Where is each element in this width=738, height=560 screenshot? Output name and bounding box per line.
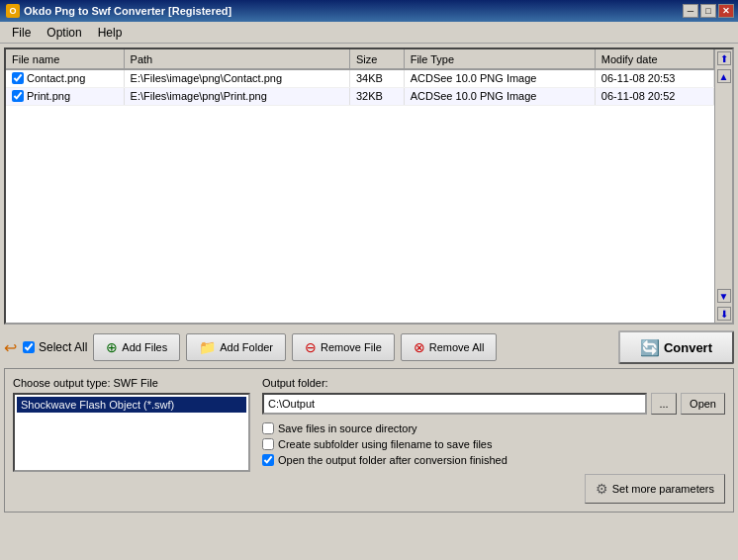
file-list-panel: File name Path Size File Type Modify dat… [4,47,734,325]
cell-modifydate: 06-11-08 20:52 [595,87,713,105]
file-table: File name Path Size File Type Modify dat… [6,49,714,106]
add-folder-button[interactable]: 📁 Add Folder [186,333,286,361]
option-checkbox[interactable] [262,438,274,450]
checkboxes-container: Save files in source directory Create su… [262,422,725,466]
file-table-container: File name Path Size File Type Modify dat… [6,49,714,323]
output-type-value: SWF File [114,377,158,389]
scroll-top-button[interactable]: ⬆ [717,51,731,65]
add-files-label: Add Files [122,341,167,353]
output-folder-label: Output folder: [262,377,725,389]
output-type-label: Choose output type: SWF File [13,377,250,389]
menu-bar: File Option Help [0,22,738,44]
set-more-params-label: Set more parameters [612,483,714,495]
remove-all-label: Remove All [429,341,485,353]
option-checkbox[interactable] [262,454,274,466]
col-header-size[interactable]: Size [349,49,404,69]
select-all-area: Select All [23,340,87,354]
cell-path: E:\Files\image\png\Print.png [124,87,349,105]
close-button[interactable]: ✕ [718,4,734,18]
add-folder-icon: 📁 [199,339,216,355]
output-type-listbox[interactable]: Shockwave Flash Object (*.swf) [13,393,250,472]
option-label: Open the output folder after conversion … [278,454,507,466]
convert-button[interactable]: 🔄 Convert [618,330,734,364]
scroll-down-button[interactable]: ▼ [717,289,731,303]
checkbox-row: Create subfolder using filename to save … [262,438,725,450]
minimize-button[interactable]: ─ [683,4,698,18]
app-icon: O [6,4,20,18]
cell-filetype: ACDSee 10.0 PNG Image [404,87,595,105]
output-type-section: Choose output type: SWF File Shockwave F… [13,377,250,504]
main-content: File name Path Size File Type Modify dat… [0,44,738,560]
gear-icon: ⚙ [596,481,608,497]
cell-modifydate: 06-11-08 20:53 [595,69,713,87]
menu-help[interactable]: Help [90,24,131,42]
cell-filename: Contact.png [6,69,124,87]
col-header-path[interactable]: Path [124,49,349,69]
checkbox-row: Open the output folder after conversion … [262,454,725,466]
controls-row: ↩ Select All ⊕ Add Files 📁 Add Folder ⊖ … [4,325,734,368]
remove-all-button[interactable]: ⊗ Remove All [401,333,498,361]
select-all-checkbox[interactable] [23,341,35,353]
option-label: Save files in source directory [278,422,417,434]
remove-file-icon: ⊖ [305,339,317,355]
bottom-panel: Choose output type: SWF File Shockwave F… [4,368,734,513]
output-folder-section: Output folder: ... Open Save files in so… [262,377,725,504]
cell-size: 34KB [349,69,404,87]
cell-filename: Print.png [6,87,124,105]
convert-icon: 🔄 [640,338,660,357]
option-checkbox[interactable] [262,422,274,434]
listbox-item-swf[interactable]: Shockwave Flash Object (*.swf) [17,397,246,413]
restore-button[interactable]: □ [700,4,716,18]
col-header-modifydate[interactable]: Modify date [595,49,713,69]
table-row: Print.png E:\Files\image\png\Print.png 3… [6,87,714,105]
select-all-label[interactable]: Select All [39,340,87,354]
back-icon[interactable]: ↩ [4,338,17,357]
menu-option[interactable]: Option [39,24,89,42]
filename-text: Contact.png [27,72,85,84]
col-header-filename[interactable]: File name [6,49,124,69]
title-controls: ─ □ ✕ [683,4,734,18]
folder-row: ... Open [262,393,725,415]
cell-filetype: ACDSee 10.0 PNG Image [404,69,595,87]
row-checkbox[interactable] [12,90,24,102]
scroll-panel: ⬆ ▲ ▼ ⬇ [714,49,732,323]
title-bar-text: O Okdo Png to Swf Converter [Registered] [6,4,231,18]
folder-path-input[interactable] [262,393,647,415]
open-button[interactable]: Open [681,393,725,415]
filename-text: Print.png [27,90,70,102]
scroll-up-button[interactable]: ▲ [717,69,731,83]
add-files-icon: ⊕ [106,339,118,355]
scroll-bottom-button[interactable]: ⬇ [717,307,731,321]
remove-file-button[interactable]: ⊖ Remove File [292,333,395,361]
add-folder-label: Add Folder [220,341,273,353]
output-type-text: Choose output type: [13,377,110,389]
cell-path: E:\Files\image\png\Contact.png [124,69,349,87]
window-title: Okdo Png to Swf Converter [Registered] [24,5,231,17]
cell-size: 32KB [349,87,404,105]
set-more-params-button[interactable]: ⚙ Set more parameters [585,474,725,504]
row-checkbox[interactable] [12,72,24,84]
menu-file[interactable]: File [4,24,39,42]
table-row: Contact.png E:\Files\image\png\Contact.p… [6,69,714,87]
remove-file-label: Remove File [321,341,382,353]
title-bar: O Okdo Png to Swf Converter [Registered]… [0,0,738,22]
browse-button[interactable]: ... [651,393,677,415]
checkbox-row: Save files in source directory [262,422,725,434]
add-files-button[interactable]: ⊕ Add Files [93,333,180,361]
col-header-filetype[interactable]: File Type [404,49,595,69]
option-label: Create subfolder using filename to save … [278,438,492,450]
convert-label: Convert [664,340,712,355]
remove-all-icon: ⊗ [414,339,425,355]
